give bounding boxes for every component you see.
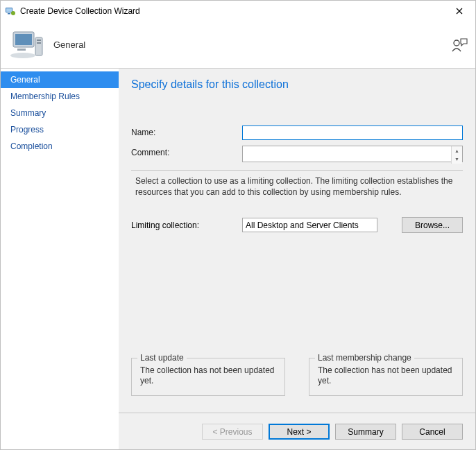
window-title: Create Device Collection Wizard <box>20 6 443 16</box>
comment-label: Comment: <box>131 146 242 157</box>
chevron-down-icon[interactable]: ▼ <box>452 155 462 164</box>
header-page-name: General <box>53 40 85 50</box>
svg-rect-8 <box>37 42 41 44</box>
step-summary[interactable]: Summary <box>1 105 119 121</box>
browse-button[interactable]: Browse... <box>402 217 463 233</box>
last-update-group: Last update The collection has not been … <box>131 358 285 396</box>
titlebar: Create Device Collection Wizard <box>1 1 475 21</box>
user-feedback-icon[interactable] <box>450 36 468 54</box>
wizard-content: Specify details for this collection Name… <box>119 69 475 450</box>
last-update-legend: Last update <box>137 353 187 363</box>
svg-point-10 <box>10 53 35 58</box>
step-completion[interactable]: Completion <box>1 138 119 155</box>
limiting-collection-field <box>242 218 377 232</box>
limiting-help-text: Select a collection to use as a limiting… <box>135 176 459 198</box>
chevron-up-icon[interactable]: ▲ <box>452 146 462 155</box>
wizard-footer: < Previous Next > Summary Cancel <box>119 413 475 450</box>
svg-rect-7 <box>37 40 41 41</box>
last-change-legend: Last membership change <box>315 353 414 363</box>
svg-rect-1 <box>6 8 12 12</box>
svg-rect-5 <box>15 34 32 45</box>
wizard-header: General <box>1 21 475 69</box>
cancel-button[interactable]: Cancel <box>402 424 463 440</box>
svg-point-11 <box>454 40 459 46</box>
svg-rect-3 <box>8 13 10 15</box>
app-icon <box>5 6 16 17</box>
wizard-steps: General Membership Rules Summary Progres… <box>1 69 119 450</box>
next-button[interactable]: Next > <box>269 424 330 440</box>
close-button[interactable] <box>443 1 475 21</box>
name-input[interactable] <box>242 126 463 140</box>
last-change-group: Last membership change The collection ha… <box>309 358 463 396</box>
step-progress[interactable]: Progress <box>1 121 119 138</box>
computer-icon <box>10 31 44 60</box>
svg-point-2 <box>11 11 15 15</box>
divider <box>131 170 463 171</box>
step-membership-rules[interactable]: Membership Rules <box>1 88 119 105</box>
name-label: Name: <box>131 126 242 137</box>
comment-input[interactable] <box>242 146 463 162</box>
comment-spinner[interactable]: ▲ ▼ <box>451 146 462 164</box>
step-general[interactable]: General <box>1 71 119 88</box>
svg-rect-9 <box>17 49 26 51</box>
last-update-text: The collection has not been updated yet. <box>140 365 276 387</box>
limiting-label: Limiting collection: <box>131 220 242 230</box>
page-heading: Specify details for this collection <box>131 78 463 91</box>
previous-button: < Previous <box>202 424 263 440</box>
summary-button[interactable]: Summary <box>335 424 396 440</box>
last-change-text: The collection has not been updated yet. <box>318 365 454 387</box>
